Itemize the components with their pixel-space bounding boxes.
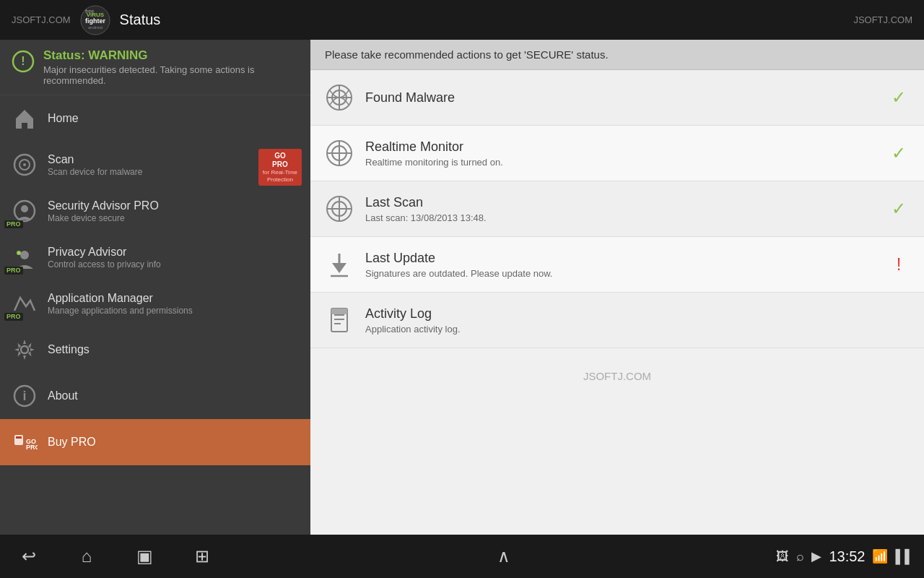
svg-text:fighter: fighter (85, 17, 105, 25)
status-subtitle: Major insecurities detected. Taking some… (43, 64, 299, 86)
last-scan-text: Last Scan Last scan: 13/08/2013 13:48. (365, 195, 876, 223)
privacy-pro-badge: PRO (4, 267, 23, 275)
svg-point-12 (20, 251, 29, 259)
bottom-nav: ↩ ⌂ ▣ ⊞ ∧ 🖼 ⌕ ▶ 13:52 📶 ▌▌ (0, 535, 924, 578)
logo-icon: ViRUS fighter android free (79, 4, 111, 36)
back-button[interactable]: ↩ (0, 535, 58, 578)
system-tray: 🖼 ⌕ ▶ 13:52 📶 ▌▌ (776, 548, 924, 565)
signal-icon: ▌▌ (895, 549, 914, 564)
svg-point-11 (21, 205, 28, 212)
recent-button[interactable]: ▣ (116, 535, 173, 578)
svg-rect-41 (331, 309, 347, 314)
settings-icon (12, 337, 38, 363)
privacy-advisor-label: Privacy Advisor (48, 246, 299, 259)
warning-icon: ! (12, 50, 35, 73)
sidebar-item-security-advisor[interactable]: Security Advisor PRO Make device secure … (0, 188, 310, 234)
content-banner: Please take recommended actions to get '… (310, 40, 924, 70)
watermark-right: JSOFTJ.COM (853, 14, 912, 25)
status-text-block: Status: WARNING Major insecurities detec… (43, 48, 299, 86)
app-manager-label: Application Manager (48, 292, 299, 305)
go-pro-badge[interactable]: GOPRO for Real-TimeProtection (258, 149, 302, 186)
up-button[interactable]: ∧ (231, 535, 776, 578)
privacy-advisor-sublabel: Control access to privacy info (48, 259, 299, 269)
bottom-bar: ↩ ⌂ ▣ ⊞ ∧ 🖼 ⌕ ▶ 13:52 📶 ▌▌ (0, 535, 924, 578)
svg-point-15 (21, 346, 28, 353)
found-malware-text: Found Malware (365, 90, 876, 105)
last-update-text: Last Update Signatures are outdated. Ple… (365, 251, 876, 279)
realtime-monitor-icon (325, 139, 354, 168)
svg-text:i: i (18, 251, 19, 255)
last-scan-sub: Last scan: 13/08/2013 13:48. (365, 212, 876, 223)
scan-icon (12, 152, 38, 178)
activity-log-title: Activity Log (365, 306, 876, 322)
home-button[interactable]: ⌂ (58, 535, 116, 578)
security-advisor-label: Security Advisor PRO (48, 199, 299, 212)
realtime-monitor-sub: Realtime monitoring is turned on. (365, 157, 876, 168)
settings-text: Settings (48, 343, 299, 356)
svg-text:i: i (22, 389, 26, 403)
buy-pro-text: Buy PRO (48, 436, 299, 449)
main-content: ! Status: WARNING Major insecurities det… (0, 40, 924, 535)
status-item-realtime-monitor[interactable]: Realtime Monitor Realtime monitoring is … (310, 126, 924, 181)
status-item-last-scan[interactable]: Last Scan Last scan: 13/08/2013 13:48. ✓ (310, 181, 924, 237)
found-malware-icon (325, 83, 354, 112)
last-scan-indicator: ✓ (888, 199, 910, 219)
realtime-monitor-title: Realtime Monitor (365, 139, 876, 155)
settings-label: Settings (48, 343, 299, 356)
last-scan-icon (325, 194, 354, 223)
sidebar-item-scan[interactable]: Scan Scan device for malware GOPRO for R… (0, 142, 310, 188)
sidebar-item-application-manager[interactable]: Application Manager Manage applications … (0, 280, 310, 327)
status-item-activity-log[interactable]: Activity Log Application activity log. (310, 293, 924, 348)
content-area: Please take recommended actions to get '… (310, 40, 924, 535)
last-update-icon (325, 250, 354, 279)
home-label: Home (48, 112, 299, 125)
page-title: Status (120, 12, 161, 28)
status-item-last-update[interactable]: Last Update Signatures are outdated. Ple… (310, 237, 924, 293)
app-logo: ViRUS fighter android free (79, 4, 111, 36)
go-pro-sub: for Real-TimeProtection (263, 169, 297, 183)
sidebar-item-settings[interactable]: Settings (0, 327, 310, 373)
found-malware-title: Found Malware (365, 90, 876, 105)
last-scan-title: Last Scan (365, 195, 876, 210)
up-icon: ∧ (497, 546, 510, 566)
sidebar-item-privacy-advisor[interactable]: i Privacy Advisor Control access to priv… (0, 234, 310, 280)
last-update-sub: Signatures are outdated. Please update n… (365, 268, 876, 279)
svg-marker-35 (332, 263, 346, 273)
app-manager-sublabel: Manage applications and permissions (48, 306, 299, 316)
back-icon: ↩ (22, 546, 36, 566)
svg-rect-19 (16, 436, 22, 439)
security-advisor-sublabel: Make device secure (48, 213, 299, 223)
watermark-center: JSOFTJ.COM (583, 370, 651, 382)
status-warning[interactable]: ! Status: WARNING Major insecurities det… (0, 40, 310, 95)
svg-text:!: ! (21, 55, 25, 67)
status-item-found-malware[interactable]: Found Malware ✓ (310, 70, 924, 126)
media-icon: ▶ (811, 548, 821, 564)
home-nav-icon: ⌂ (82, 546, 92, 566)
search-sys-icon: ⌕ (796, 549, 804, 564)
home-text: Home (48, 112, 299, 125)
grid-icon: ⊞ (195, 546, 209, 566)
activity-log-text: Activity Log Application activity log. (365, 306, 876, 335)
svg-text:free: free (85, 9, 94, 14)
security-pro-badge: PRO (4, 220, 23, 228)
svg-text:PRO: PRO (26, 444, 38, 451)
activity-log-sub: Application activity log. (365, 324, 876, 335)
home-icon (12, 105, 38, 131)
top-bar: JSOFTJ.COM ViRUS fighter android free St… (0, 0, 924, 40)
sidebar-item-home[interactable]: Home (0, 95, 310, 142)
realtime-monitor-indicator: ✓ (888, 143, 910, 163)
about-icon: i (12, 383, 38, 409)
realtime-monitor-text: Realtime Monitor Realtime monitoring is … (365, 139, 876, 168)
go-pro-label: GOPRO (263, 152, 297, 169)
watermark-left: JSOFTJ.COM (12, 14, 71, 25)
privacy-advisor-text: Privacy Advisor Control access to privac… (48, 246, 299, 269)
last-update-title: Last Update (365, 251, 876, 266)
grid-button[interactable]: ⊞ (173, 535, 231, 578)
sidebar-item-buy-pro[interactable]: GO PRO Buy PRO (0, 419, 310, 465)
security-advisor-text: Security Advisor PRO Make device secure (48, 199, 299, 223)
svg-point-9 (23, 163, 26, 166)
last-update-indicator: ! (888, 254, 910, 275)
found-malware-indicator: ✓ (888, 87, 910, 108)
sidebar-item-about[interactable]: i About (0, 373, 310, 419)
clock: 13:52 (829, 548, 865, 565)
